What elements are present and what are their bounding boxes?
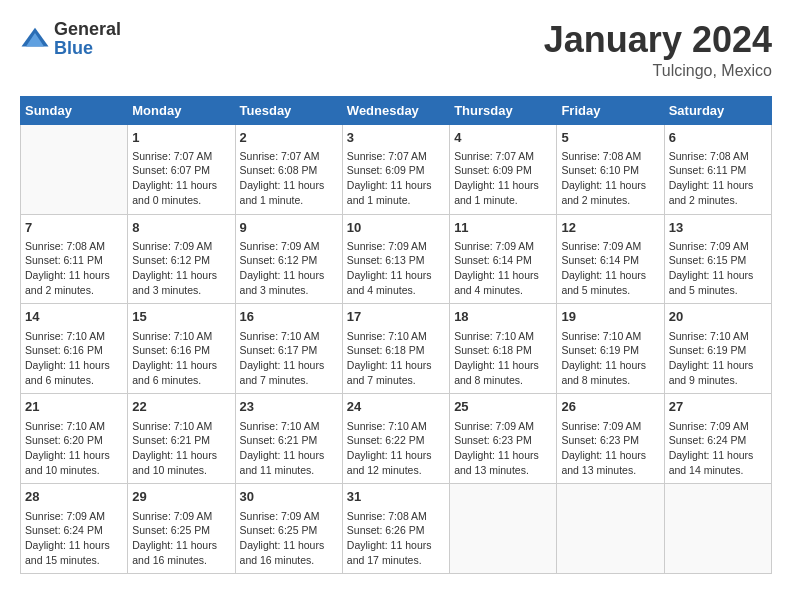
day-number: 18 [454,308,552,326]
day-number: 6 [669,129,767,147]
weekday-saturday: Saturday [664,96,771,124]
day-info: Sunrise: 7:08 AMSunset: 6:11 PMDaylight:… [669,149,767,208]
calendar-cell: 11Sunrise: 7:09 AMSunset: 6:14 PMDayligh… [450,214,557,304]
day-number: 25 [454,398,552,416]
day-info: Sunrise: 7:10 AMSunset: 6:16 PMDaylight:… [25,329,123,388]
logo-general: General Blue [54,20,121,58]
day-number: 5 [561,129,659,147]
calendar-cell: 14Sunrise: 7:10 AMSunset: 6:16 PMDayligh… [21,304,128,394]
day-info: Sunrise: 7:07 AMSunset: 6:07 PMDaylight:… [132,149,230,208]
calendar-cell: 2Sunrise: 7:07 AMSunset: 6:08 PMDaylight… [235,124,342,214]
day-number: 30 [240,488,338,506]
day-info: Sunrise: 7:10 AMSunset: 6:21 PMDaylight:… [132,419,230,478]
day-info: Sunrise: 7:10 AMSunset: 6:18 PMDaylight:… [347,329,445,388]
day-info: Sunrise: 7:08 AMSunset: 6:10 PMDaylight:… [561,149,659,208]
calendar-cell: 23Sunrise: 7:10 AMSunset: 6:21 PMDayligh… [235,394,342,484]
day-info: Sunrise: 7:10 AMSunset: 6:19 PMDaylight:… [669,329,767,388]
calendar-cell: 9Sunrise: 7:09 AMSunset: 6:12 PMDaylight… [235,214,342,304]
weekday-thursday: Thursday [450,96,557,124]
day-info: Sunrise: 7:10 AMSunset: 6:22 PMDaylight:… [347,419,445,478]
calendar-cell [21,124,128,214]
day-number: 4 [454,129,552,147]
day-info: Sunrise: 7:07 AMSunset: 6:08 PMDaylight:… [240,149,338,208]
day-number: 7 [25,219,123,237]
calendar-cell: 18Sunrise: 7:10 AMSunset: 6:18 PMDayligh… [450,304,557,394]
day-number: 20 [669,308,767,326]
calendar-cell: 15Sunrise: 7:10 AMSunset: 6:16 PMDayligh… [128,304,235,394]
weekday-friday: Friday [557,96,664,124]
day-number: 19 [561,308,659,326]
day-info: Sunrise: 7:10 AMSunset: 6:19 PMDaylight:… [561,329,659,388]
day-number: 11 [454,219,552,237]
day-number: 9 [240,219,338,237]
calendar-cell: 5Sunrise: 7:08 AMSunset: 6:10 PMDaylight… [557,124,664,214]
day-info: Sunrise: 7:10 AMSunset: 6:21 PMDaylight:… [240,419,338,478]
calendar-cell: 28Sunrise: 7:09 AMSunset: 6:24 PMDayligh… [21,484,128,574]
calendar-header: SundayMondayTuesdayWednesdayThursdayFrid… [21,96,772,124]
day-number: 14 [25,308,123,326]
day-info: Sunrise: 7:09 AMSunset: 6:14 PMDaylight:… [454,239,552,298]
day-info: Sunrise: 7:09 AMSunset: 6:12 PMDaylight:… [240,239,338,298]
day-number: 22 [132,398,230,416]
calendar-cell [557,484,664,574]
day-number: 2 [240,129,338,147]
day-info: Sunrise: 7:07 AMSunset: 6:09 PMDaylight:… [347,149,445,208]
day-number: 12 [561,219,659,237]
logo: General Blue [20,20,121,58]
day-info: Sunrise: 7:10 AMSunset: 6:16 PMDaylight:… [132,329,230,388]
calendar-cell: 8Sunrise: 7:09 AMSunset: 6:12 PMDaylight… [128,214,235,304]
day-info: Sunrise: 7:09 AMSunset: 6:24 PMDaylight:… [669,419,767,478]
day-number: 31 [347,488,445,506]
location-title: Tulcingo, Mexico [544,62,772,80]
day-number: 28 [25,488,123,506]
day-info: Sunrise: 7:09 AMSunset: 6:13 PMDaylight:… [347,239,445,298]
day-number: 10 [347,219,445,237]
calendar-cell: 10Sunrise: 7:09 AMSunset: 6:13 PMDayligh… [342,214,449,304]
day-info: Sunrise: 7:09 AMSunset: 6:12 PMDaylight:… [132,239,230,298]
calendar-week-3: 21Sunrise: 7:10 AMSunset: 6:20 PMDayligh… [21,394,772,484]
day-info: Sunrise: 7:10 AMSunset: 6:20 PMDaylight:… [25,419,123,478]
calendar-cell: 7Sunrise: 7:08 AMSunset: 6:11 PMDaylight… [21,214,128,304]
calendar-cell: 29Sunrise: 7:09 AMSunset: 6:25 PMDayligh… [128,484,235,574]
calendar-table: SundayMondayTuesdayWednesdayThursdayFrid… [20,96,772,575]
calendar-week-1: 7Sunrise: 7:08 AMSunset: 6:11 PMDaylight… [21,214,772,304]
weekday-wednesday: Wednesday [342,96,449,124]
calendar-cell [450,484,557,574]
calendar-cell: 20Sunrise: 7:10 AMSunset: 6:19 PMDayligh… [664,304,771,394]
day-info: Sunrise: 7:10 AMSunset: 6:17 PMDaylight:… [240,329,338,388]
day-info: Sunrise: 7:09 AMSunset: 6:23 PMDaylight:… [561,419,659,478]
calendar-cell: 16Sunrise: 7:10 AMSunset: 6:17 PMDayligh… [235,304,342,394]
calendar-cell: 3Sunrise: 7:07 AMSunset: 6:09 PMDaylight… [342,124,449,214]
title-section: January 2024 Tulcingo, Mexico [544,20,772,80]
calendar-cell: 24Sunrise: 7:10 AMSunset: 6:22 PMDayligh… [342,394,449,484]
calendar-week-2: 14Sunrise: 7:10 AMSunset: 6:16 PMDayligh… [21,304,772,394]
day-number: 3 [347,129,445,147]
page-header: General Blue January 2024 Tulcingo, Mexi… [20,20,772,80]
day-info: Sunrise: 7:09 AMSunset: 6:25 PMDaylight:… [132,509,230,568]
day-number: 15 [132,308,230,326]
calendar-cell: 30Sunrise: 7:09 AMSunset: 6:25 PMDayligh… [235,484,342,574]
day-number: 23 [240,398,338,416]
weekday-header-row: SundayMondayTuesdayWednesdayThursdayFrid… [21,96,772,124]
calendar-cell: 12Sunrise: 7:09 AMSunset: 6:14 PMDayligh… [557,214,664,304]
day-number: 27 [669,398,767,416]
calendar-cell: 31Sunrise: 7:08 AMSunset: 6:26 PMDayligh… [342,484,449,574]
calendar-week-4: 28Sunrise: 7:09 AMSunset: 6:24 PMDayligh… [21,484,772,574]
day-info: Sunrise: 7:09 AMSunset: 6:24 PMDaylight:… [25,509,123,568]
calendar-cell: 27Sunrise: 7:09 AMSunset: 6:24 PMDayligh… [664,394,771,484]
day-info: Sunrise: 7:08 AMSunset: 6:26 PMDaylight:… [347,509,445,568]
calendar-cell: 21Sunrise: 7:10 AMSunset: 6:20 PMDayligh… [21,394,128,484]
day-info: Sunrise: 7:10 AMSunset: 6:18 PMDaylight:… [454,329,552,388]
weekday-monday: Monday [128,96,235,124]
day-number: 16 [240,308,338,326]
day-number: 21 [25,398,123,416]
day-number: 1 [132,129,230,147]
day-info: Sunrise: 7:09 AMSunset: 6:23 PMDaylight:… [454,419,552,478]
calendar-cell [664,484,771,574]
weekday-sunday: Sunday [21,96,128,124]
calendar-cell: 4Sunrise: 7:07 AMSunset: 6:09 PMDaylight… [450,124,557,214]
logo-icon [20,24,50,54]
calendar-body: 1Sunrise: 7:07 AMSunset: 6:07 PMDaylight… [21,124,772,574]
calendar-cell: 13Sunrise: 7:09 AMSunset: 6:15 PMDayligh… [664,214,771,304]
calendar-cell: 19Sunrise: 7:10 AMSunset: 6:19 PMDayligh… [557,304,664,394]
